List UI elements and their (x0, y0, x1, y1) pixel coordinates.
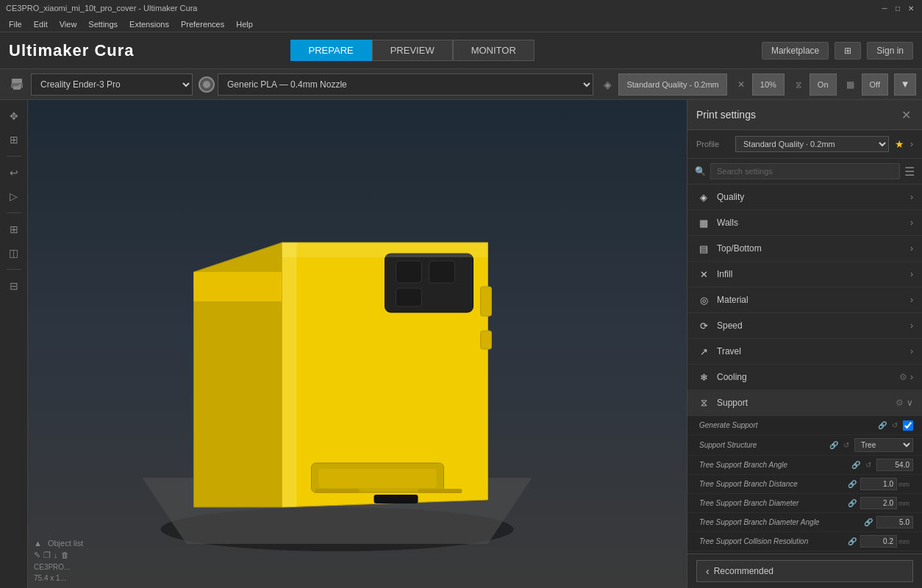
menu-extensions[interactable]: Extensions (124, 18, 175, 30)
recommended-button[interactable]: ‹ Recommended (696, 560, 913, 582)
object-list-label: Object list (48, 539, 83, 548)
arrange-button[interactable]: ⊟ (4, 276, 24, 296)
tab-monitor[interactable]: MONITOR (453, 40, 535, 61)
generate-support-checkbox[interactable] (903, 420, 913, 431)
travel-category-icon: ↗ (696, 344, 711, 359)
branch-distance-link-icon[interactable]: 🔗 (847, 479, 857, 490)
close-window-button[interactable]: ✕ (906, 3, 916, 13)
branch-angle-input[interactable] (876, 459, 913, 471)
branch-angle-reset-icon[interactable]: ↺ (863, 460, 873, 470)
support-chevron-icon[interactable]: ∨ (907, 398, 913, 408)
category-infill[interactable]: ✕ Infill › (687, 262, 922, 287)
redo-button[interactable]: ▷ (4, 186, 24, 207)
support-icon: ⧖ (790, 76, 807, 93)
menu-help[interactable]: Help (230, 18, 259, 30)
branch-diam-angle-link-icon[interactable]: 🔗 (863, 517, 873, 528)
material-selector[interactable]: Generic PLA — 0.4mm Nozzle (199, 74, 593, 96)
branch-distance-input[interactable] (860, 478, 897, 490)
category-speed[interactable]: ⟳ Speed › (687, 313, 922, 339)
select-tool-button[interactable]: ⊞ (4, 129, 24, 150)
quality-profile-button[interactable]: Standard Quality - 0.2mm (618, 74, 726, 96)
quality-profile-area[interactable]: ◈ Standard Quality - 0.2mm (599, 74, 726, 96)
setting-support-structure: Support Structure 🔗 ↺ Tree (687, 435, 922, 456)
header-right: Marketplace ⊞ Sign in (762, 42, 913, 60)
adhesion-button[interactable]: Off (862, 74, 888, 96)
collision-res-input[interactable] (860, 535, 897, 548)
settings-panel-button[interactable]: ▼ (894, 74, 916, 96)
edit-icon[interactable]: ✎ (34, 551, 40, 560)
topbottom-chevron-icon[interactable]: › (910, 243, 913, 254)
menu-preferences[interactable]: Preferences (175, 18, 230, 30)
menu-file[interactable]: File (3, 18, 28, 30)
branch-angle-link-icon[interactable]: 🔗 (851, 460, 861, 470)
layer-view-button[interactable]: ◫ (4, 243, 24, 263)
signin-button[interactable]: Sign in (867, 42, 913, 60)
dimensions-label: 75.4 x 1... (34, 574, 83, 582)
category-cooling[interactable]: ❄ Cooling ⚙ › (687, 365, 922, 390)
undo-button[interactable]: ↩ (4, 162, 24, 183)
panel-close-button[interactable]: ✕ (898, 107, 913, 122)
category-support[interactable]: ⧖ Support ⚙ ∨ (687, 390, 922, 416)
support-structure-dropdown[interactable]: Tree (854, 438, 913, 452)
expand-icon[interactable]: ▲ (34, 539, 42, 548)
generate-support-link-icon[interactable]: 🔗 (877, 420, 887, 431)
cooling-chevron-icon[interactable]: › (910, 372, 913, 382)
settings-menu-button[interactable]: ☰ (904, 165, 915, 179)
branch-diameter-link-icon[interactable]: 🔗 (847, 498, 857, 509)
printer-select[interactable]: Creality Ender-3 Pro (31, 74, 193, 96)
move-tool-button[interactable]: ✥ (4, 106, 24, 126)
object-list-bar[interactable]: ▲ Object list (34, 539, 83, 548)
branch-diameter-input[interactable] (860, 497, 897, 509)
infill-button[interactable]: 10% (752, 74, 785, 96)
setting-branch-angle: Tree Support Branch Angle 🔗 ↺ (687, 456, 922, 475)
title-bar-controls[interactable]: ─ □ ✕ (879, 3, 916, 13)
category-travel[interactable]: ↗ Travel › (687, 339, 922, 365)
material-select[interactable]: Generic PLA — 0.4mm Nozzle (218, 74, 593, 96)
infill-area[interactable]: ✕ 10% (733, 74, 785, 96)
support-structure-reset-icon[interactable]: ↺ (841, 440, 851, 451)
support-button[interactable]: On (810, 74, 837, 96)
marketplace-button[interactable]: Marketplace (762, 42, 829, 60)
walls-category-icon: ▦ (696, 215, 711, 230)
branch-diam-angle-input[interactable] (876, 516, 913, 528)
menu-settings[interactable]: Settings (82, 18, 124, 30)
filename-label: CE3PRO... (34, 563, 83, 571)
material-chevron-icon[interactable]: › (910, 295, 913, 305)
infill-chevron-icon[interactable]: › (910, 269, 913, 279)
grid-icon[interactable]: ⊞ (835, 42, 861, 60)
minimize-button[interactable]: ─ (879, 3, 890, 13)
support-tune-icon[interactable]: ⚙ (896, 398, 904, 408)
profile-star-icon[interactable]: ★ (895, 138, 904, 150)
maximize-button[interactable]: □ (893, 3, 903, 13)
delete-icon[interactable]: 🗑 (61, 551, 69, 560)
travel-chevron-icon[interactable]: › (910, 346, 913, 356)
category-material[interactable]: ◎ Material › (687, 287, 922, 313)
tab-preview[interactable]: PREVIEW (372, 40, 453, 61)
category-topbottom[interactable]: ▤ Top/Bottom › (687, 236, 922, 262)
category-quality[interactable]: ◈ Quality › (687, 184, 922, 210)
duplicate-icon[interactable]: ❐ (43, 551, 51, 560)
collision-res-link-icon[interactable]: 🔗 (847, 537, 857, 547)
support-structure-icons: 🔗 ↺ (829, 440, 851, 451)
support-area[interactable]: ⧖ On (790, 74, 837, 96)
menu-view[interactable]: View (54, 18, 83, 30)
adhesion-area[interactable]: ▦ Off (843, 74, 888, 96)
viewport-canvas[interactable]: ▲ Object list ✎ ❐ ↓ 🗑 CE3PRO... (28, 100, 687, 588)
cooling-tune-icon[interactable]: ⚙ (899, 372, 907, 382)
category-walls[interactable]: ▦ Walls › (687, 210, 922, 236)
support-structure-link-icon[interactable]: 🔗 (829, 440, 839, 451)
profile-select[interactable]: Standard Quality · 0.2mm (735, 136, 889, 152)
generate-support-reset-icon[interactable]: ↺ (890, 420, 900, 431)
tab-prepare[interactable]: PREPARE (290, 40, 372, 61)
save-object-icon[interactable]: ↓ (54, 551, 58, 560)
menu-edit[interactable]: Edit (28, 18, 54, 30)
walls-chevron-icon[interactable]: › (910, 218, 913, 228)
branch-diameter-label: Tree Support Branch Diameter (699, 499, 847, 507)
svg-point-3 (19, 85, 21, 86)
speed-chevron-icon[interactable]: › (910, 320, 913, 331)
printer-selector[interactable]: Creality Ender-3 Pro (6, 74, 193, 96)
quality-chevron-icon[interactable]: › (910, 192, 913, 202)
grid-view-button[interactable]: ⊞ (4, 219, 24, 240)
profile-chevron-icon[interactable]: › (910, 139, 913, 149)
search-input[interactable] (710, 163, 900, 179)
